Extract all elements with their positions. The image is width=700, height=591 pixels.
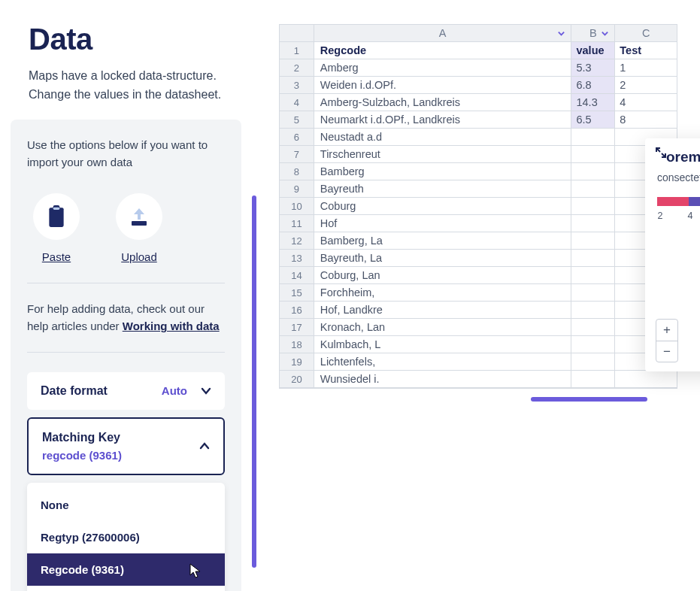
cell[interactable]: Bamberg, La: [314, 232, 572, 249]
map-preview-card: orem ipsum dolor sit amet consectetur ad…: [645, 138, 700, 371]
cell[interactable]: [571, 371, 615, 387]
datasheet[interactable]: A B C 1 Regcode value Test 2Amberg5.313W…: [279, 24, 677, 389]
matching-key-label: Matching Key: [42, 431, 122, 444]
matching-key-dropdown: None Regtyp (27600006) Regcode (9361) Na…: [27, 483, 225, 591]
cell[interactable]: [571, 163, 615, 180]
chevron-down-icon[interactable]: [601, 29, 609, 38]
cell[interactable]: [571, 129, 615, 145]
cell[interactable]: 6.5: [571, 111, 615, 128]
cell[interactable]: Neumarkt i.d.OPf., Landkreis: [314, 111, 572, 128]
cell[interactable]: [571, 319, 615, 335]
cell[interactable]: Lichtenfels,: [314, 353, 572, 370]
cell[interactable]: Hof, Landkre: [314, 302, 572, 318]
table-row[interactable]: 13Bayreuth, La: [280, 250, 677, 267]
cell[interactable]: Hof: [314, 215, 572, 232]
cell[interactable]: 1: [615, 59, 677, 76]
cell[interactable]: [571, 215, 615, 232]
cell[interactable]: [571, 284, 615, 301]
import-instructions: Use the options below if you want to imp…: [27, 136, 225, 171]
cell[interactable]: [571, 198, 615, 214]
upload-button[interactable]: [116, 193, 162, 240]
expand-icon[interactable]: [656, 147, 666, 158]
cell[interactable]: [571, 250, 615, 266]
svg-rect-0: [49, 208, 63, 227]
date-format-select[interactable]: Date format Auto: [27, 372, 225, 410]
page-title: Data: [29, 23, 234, 56]
table-row[interactable]: 16Hof, Landkre: [280, 302, 677, 319]
matching-key-value[interactable]: regcode (9361): [42, 449, 122, 462]
cell[interactable]: Bamberg: [314, 163, 572, 180]
cell[interactable]: 6.8: [571, 77, 615, 93]
cell[interactable]: [571, 353, 615, 370]
cell[interactable]: Kronach, Lan: [314, 319, 572, 335]
chevron-down-icon[interactable]: [557, 29, 565, 38]
paste-label[interactable]: Paste: [42, 250, 71, 263]
table-row[interactable]: 4Amberg-Sulzbach, Landkreis14.34: [280, 94, 677, 111]
cell[interactable]: Bayreuth: [314, 180, 572, 197]
cell[interactable]: [615, 371, 677, 387]
matching-key-select[interactable]: Matching Key regcode (9361): [27, 417, 225, 475]
table-row[interactable]: 11Hof: [280, 215, 677, 232]
table-row[interactable]: 8Bamberg: [280, 163, 677, 180]
cell[interactable]: Weiden i.d.OPf.: [314, 77, 572, 93]
cell[interactable]: Amberg: [314, 59, 572, 76]
table-row[interactable]: 3Weiden i.d.OPf.6.82: [280, 77, 677, 94]
cell[interactable]: 4: [615, 94, 677, 111]
table-row[interactable]: 10Coburg: [280, 198, 677, 215]
date-format-label: Date format: [41, 384, 108, 398]
col-header-a[interactable]: A: [314, 25, 572, 41]
header-cell[interactable]: value: [571, 42, 615, 59]
cell[interactable]: 5.3: [571, 59, 615, 76]
cell[interactable]: [571, 232, 615, 249]
table-row[interactable]: 20Wunsiedel i.: [280, 371, 677, 388]
table-row[interactable]: 15Forchheim,: [280, 284, 677, 302]
dropdown-option-regtyp[interactable]: Regtyp (27600006): [27, 521, 225, 553]
dropdown-option-regcode[interactable]: Regcode (9361): [27, 553, 225, 586]
page-desc: Maps have a locked data-structure. Chang…: [29, 67, 234, 105]
zoom-in-button[interactable]: +: [656, 320, 677, 341]
cell[interactable]: Forchheim,: [314, 284, 572, 301]
cell[interactable]: Wunsiedel i.: [314, 371, 572, 387]
cell[interactable]: Kulmbach, L: [314, 336, 572, 353]
cell[interactable]: [571, 336, 615, 353]
table-row[interactable]: 14Coburg, Lan: [280, 267, 677, 284]
cell[interactable]: [571, 146, 615, 162]
table-row[interactable]: 6Neustadt a.d: [280, 129, 677, 146]
cell[interactable]: Neustadt a.d: [314, 129, 572, 145]
cell[interactable]: Tirschenreut: [314, 146, 572, 162]
header-cell[interactable]: Test: [615, 42, 677, 59]
cell[interactable]: 8: [615, 111, 677, 128]
dropdown-option-name[interactable]: Name (Amberg): [27, 586, 225, 591]
map-legend: 2 4 10 20 40: [645, 189, 700, 214]
table-row[interactable]: 2Amberg5.31: [280, 59, 677, 77]
cell[interactable]: [571, 180, 615, 197]
cell[interactable]: Bayreuth, La: [314, 250, 572, 266]
table-row[interactable]: 18Kulmbach, L: [280, 336, 677, 353]
chevron-up-icon: [199, 441, 210, 451]
cell[interactable]: 2: [615, 77, 677, 93]
zoom-out-button[interactable]: −: [656, 341, 677, 362]
import-panel: Use the options below if you want to imp…: [11, 120, 241, 591]
cell[interactable]: Amberg-Sulzbach, Landkreis: [314, 94, 572, 111]
horizontal-scrollbar[interactable]: [531, 397, 647, 402]
cell[interactable]: [571, 302, 615, 318]
header-cell[interactable]: Regcode: [314, 42, 572, 59]
cell[interactable]: Coburg: [314, 198, 572, 214]
table-row[interactable]: 19Lichtenfels,: [280, 353, 677, 371]
upload-label[interactable]: Upload: [121, 250, 157, 263]
cell[interactable]: 14.3: [571, 94, 615, 111]
table-row[interactable]: 17Kronach, Lan: [280, 319, 677, 336]
table-row[interactable]: 12Bamberg, La: [280, 232, 677, 250]
chevron-down-icon: [201, 386, 211, 396]
col-header-b[interactable]: B: [571, 25, 615, 41]
help-link[interactable]: Working with data: [123, 320, 220, 332]
paste-button[interactable]: [33, 193, 80, 240]
cell[interactable]: Coburg, Lan: [314, 267, 572, 283]
table-row[interactable]: 9Bayreuth: [280, 180, 677, 198]
col-header-c[interactable]: C: [615, 25, 677, 41]
cursor-icon: [189, 562, 202, 579]
table-row[interactable]: 7Tirschenreut: [280, 146, 677, 163]
table-row[interactable]: 5Neumarkt i.d.OPf., Landkreis6.58: [280, 111, 677, 129]
dropdown-option-none[interactable]: None: [27, 489, 225, 521]
cell[interactable]: [571, 267, 615, 283]
